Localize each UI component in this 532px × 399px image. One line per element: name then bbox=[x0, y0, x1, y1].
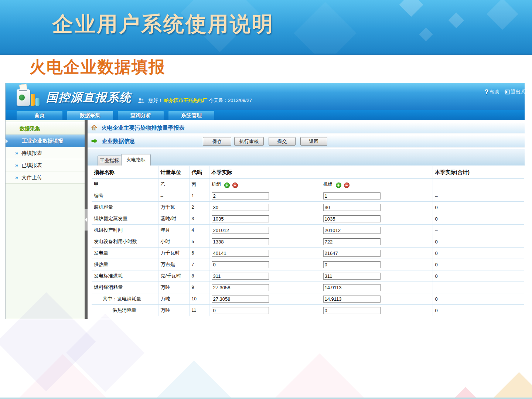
code-cell: 11 bbox=[189, 305, 209, 316]
help-link[interactable]: 帮助 bbox=[490, 89, 499, 95]
indicator-name-cell: 锅炉额定蒸发量 bbox=[92, 213, 158, 225]
value-cell bbox=[321, 225, 433, 236]
table-row: 锅炉额定蒸发量蒸吨/时30 bbox=[92, 213, 524, 225]
add-unit-icon[interactable]: + bbox=[336, 183, 341, 188]
sidebar-item-pending-reports[interactable]: »待填报表 bbox=[6, 147, 85, 159]
col-header-unit: 计量单位 bbox=[158, 166, 189, 179]
remove-unit-icon[interactable]: − bbox=[232, 183, 238, 188]
quarter-value-input[interactable] bbox=[323, 307, 381, 314]
code-cell: 5 bbox=[189, 236, 209, 248]
quarter-value-input[interactable] bbox=[212, 192, 269, 200]
back-button[interactable]: 返回 bbox=[300, 137, 327, 146]
value-cell bbox=[321, 282, 433, 293]
quarter-value-input[interactable] bbox=[323, 227, 381, 234]
quarter-value-input[interactable] bbox=[323, 296, 381, 303]
code-cell: 9 bbox=[189, 282, 209, 293]
remove-unit-icon[interactable]: − bbox=[344, 183, 349, 188]
value-cell bbox=[209, 293, 321, 305]
action-bar: 企业数据信息 保存 执行审核 提交 返回 bbox=[88, 135, 525, 147]
quarter-value-input[interactable] bbox=[323, 250, 381, 257]
code-cell: 2 bbox=[189, 202, 209, 213]
quarter-value-input[interactable] bbox=[212, 296, 269, 303]
logout-link[interactable]: 退出系统 bbox=[511, 89, 525, 95]
total-cell bbox=[433, 282, 524, 293]
code-cell: 6 bbox=[189, 248, 209, 259]
tab-industrial-indicators[interactable]: 工业指标 bbox=[98, 156, 121, 166]
quarter-value-input[interactable] bbox=[212, 307, 269, 314]
sidebar-item-industrial-data-filling[interactable]: 工业企业数据填报 bbox=[6, 134, 85, 147]
app-header: 国控源直报系统 您好！ 哈尔滨市王兆热电厂 今天是：2013/09/27 ?帮助… bbox=[6, 83, 525, 110]
value-cell bbox=[209, 248, 321, 259]
table-row: 供热消耗量万吨110 bbox=[92, 305, 524, 316]
quarter-value-input[interactable] bbox=[212, 261, 269, 268]
breadcrumb: 火电企业主要污染物排放量季报表 bbox=[88, 122, 525, 133]
slide-header-banner: 企业用户系统使用说明 bbox=[0, 0, 532, 55]
add-unit-icon[interactable]: + bbox=[224, 183, 230, 188]
quarter-value-input[interactable] bbox=[212, 227, 269, 234]
value-cell bbox=[321, 305, 433, 316]
banner-decoration bbox=[399, 0, 423, 17]
splitter-collapse-handle[interactable] bbox=[85, 209, 88, 231]
submit-button[interactable]: 提交 bbox=[269, 137, 296, 146]
table-header-row: 指标名称 计量单位 代码 本季实际 本季实际(合计) bbox=[92, 166, 524, 179]
unit-row-code: 丙 bbox=[189, 179, 209, 190]
value-cell bbox=[209, 190, 321, 202]
unit-cell: 蒸吨/时 bbox=[158, 213, 189, 225]
quarter-value-input[interactable] bbox=[323, 273, 381, 280]
unit-cell: 万吨 bbox=[158, 305, 189, 316]
unit-group-label: 机组 bbox=[212, 181, 221, 187]
unit-group-cell: 机组+− bbox=[209, 179, 321, 190]
value-cell bbox=[321, 259, 433, 270]
app-window: 国控源直报系统 您好！ 哈尔滨市王兆热电厂 今天是：2013/09/27 ?帮助… bbox=[5, 83, 525, 319]
col-header-quarter-total: 本季实际(合计) bbox=[433, 166, 524, 179]
indicator-name-cell: 发电设备利用小时数 bbox=[92, 236, 158, 248]
indicator-name-cell: 燃料煤消耗量 bbox=[92, 282, 158, 293]
value-cell bbox=[209, 202, 321, 213]
quarter-value-input[interactable] bbox=[323, 284, 381, 291]
banner-decoration bbox=[487, 0, 518, 30]
value-cell bbox=[321, 213, 433, 225]
sidebar-item-file-upload[interactable]: »文件上传 bbox=[6, 171, 85, 184]
tab-thermal-power-indicators[interactable]: 火电指标 bbox=[121, 154, 151, 166]
section-title: 企业数据信息 bbox=[102, 138, 135, 144]
quarter-value-input[interactable] bbox=[323, 261, 381, 268]
app-title: 国控源直报系统 bbox=[46, 90, 132, 105]
quarter-value-input[interactable] bbox=[323, 238, 381, 245]
quarter-value-input[interactable] bbox=[323, 215, 381, 222]
nav-tab-data-collection[interactable]: 数据采集 bbox=[67, 111, 113, 120]
total-cell: 0 bbox=[433, 293, 524, 305]
quarter-value-input[interactable] bbox=[212, 284, 269, 291]
code-cell: 10 bbox=[189, 293, 209, 305]
slide: 企业用户系统使用说明 火电企业数据填报 国控源直报系统 您好！ 哈尔滨市王兆热电… bbox=[0, 0, 532, 399]
quarter-value-input[interactable] bbox=[323, 204, 381, 211]
total-cell: 0 bbox=[433, 270, 524, 282]
unit-row-total: – bbox=[433, 179, 524, 190]
quarter-value-input[interactable] bbox=[212, 215, 269, 222]
chevron-right-icon: » bbox=[15, 174, 18, 180]
indicator-table: 指标名称 计量单位 代码 本季实际 本季实际(合计) 甲 乙 丙 bbox=[92, 166, 524, 316]
nav-tab-system-management[interactable]: 系统管理 bbox=[168, 111, 214, 120]
col-header-indicator-name: 指标名称 bbox=[92, 166, 158, 179]
execute-audit-button[interactable]: 执行审核 bbox=[234, 137, 264, 146]
value-cell bbox=[209, 236, 321, 248]
indicator-name-cell: 装机容量 bbox=[92, 202, 158, 213]
quarter-value-input[interactable] bbox=[212, 238, 269, 245]
page-decoration bbox=[144, 361, 244, 399]
value-cell bbox=[209, 270, 321, 282]
save-button[interactable]: 保存 bbox=[203, 137, 231, 146]
date-label: 今天是：2013/09/27 bbox=[209, 98, 252, 103]
page-decoration bbox=[490, 372, 532, 399]
quarter-value-input[interactable] bbox=[212, 273, 269, 280]
sidebar-item-filled-reports[interactable]: »已填报表 bbox=[6, 159, 85, 171]
total-cell: 0 bbox=[433, 236, 524, 248]
nav-tab-query-analysis[interactable]: 查询分析 bbox=[118, 111, 164, 120]
total-cell: – bbox=[433, 190, 524, 202]
nav-tab-home[interactable]: 首页 bbox=[17, 111, 62, 120]
value-cell bbox=[209, 213, 321, 225]
total-cell: 0 bbox=[433, 305, 524, 316]
quarter-value-input[interactable] bbox=[212, 204, 269, 211]
quarter-value-input[interactable] bbox=[323, 192, 381, 200]
quarter-value-input[interactable] bbox=[212, 250, 269, 257]
value-cell bbox=[209, 305, 321, 316]
slide-title: 企业用户系统使用说明 bbox=[52, 10, 274, 38]
